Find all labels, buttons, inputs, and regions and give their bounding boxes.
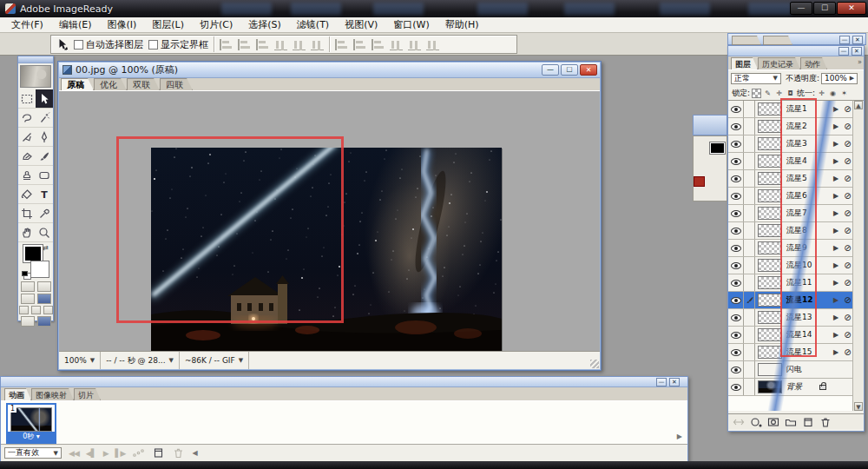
tab-original[interactable]: 原稿 bbox=[61, 78, 94, 90]
layers-scrollbar[interactable]: ▲ ▼ bbox=[852, 100, 864, 411]
default-colors-icon[interactable] bbox=[22, 271, 28, 276]
layer-row[interactable]: 闪电 ▶ ⊘ bbox=[728, 361, 854, 379]
palette-minimize-button[interactable]: — bbox=[839, 36, 850, 44]
brush-tool[interactable] bbox=[36, 147, 53, 166]
tab-layers[interactable]: 图层 bbox=[731, 57, 758, 69]
layer-thumbnail-cell[interactable] bbox=[755, 363, 784, 376]
play-button[interactable]: ▶ bbox=[103, 449, 108, 458]
checkbox-box[interactable] bbox=[74, 40, 83, 50]
file-size-dropdown[interactable]: ~86K / -- GIF▼ bbox=[180, 352, 249, 369]
marquee-tool[interactable] bbox=[18, 89, 36, 109]
scroll-right-arrow[interactable]: ▶ bbox=[677, 433, 682, 440]
tab-slice[interactable]: 切片 bbox=[74, 388, 101, 400]
fullscreen-with-menu-button[interactable] bbox=[31, 306, 41, 314]
scroll-down-arrow[interactable]: ▼ bbox=[854, 402, 863, 411]
window-close-button[interactable]: ✕ bbox=[837, 2, 866, 15]
preview-document-button[interactable] bbox=[21, 281, 35, 292]
pen-tool[interactable] bbox=[36, 128, 53, 147]
show-bounding-box-checkbox[interactable]: 显示定界框 bbox=[148, 38, 208, 51]
loop-mode-dropdown[interactable]: 一直有效▼ bbox=[4, 447, 62, 459]
frame-thumbnail[interactable] bbox=[10, 407, 52, 432]
document-titlebar[interactable]: 00.jpg @ 100% (原稿) — ☐ ✕ bbox=[59, 63, 600, 78]
paint-bucket-tool[interactable] bbox=[18, 185, 36, 204]
menu-help[interactable]: 帮助(H) bbox=[437, 18, 487, 31]
move-tool[interactable] bbox=[36, 89, 53, 109]
toggle-slices-visibility-button[interactable] bbox=[21, 294, 35, 304]
document-canvas[interactable] bbox=[59, 91, 600, 351]
unify-position-icon[interactable]: ✛ bbox=[817, 89, 826, 98]
type-tool[interactable]: T bbox=[36, 185, 53, 204]
toggle-image-maps-button[interactable] bbox=[37, 281, 51, 292]
menu-view[interactable]: 视图(V) bbox=[337, 18, 385, 31]
menu-layer[interactable]: 图层(L) bbox=[144, 18, 192, 31]
first-frame-button[interactable]: ◀◀ bbox=[69, 449, 79, 458]
previous-frame-button[interactable]: ◀▌ bbox=[86, 449, 96, 458]
preview-in-browser-button[interactable] bbox=[37, 294, 51, 304]
magic-wand-tool[interactable] bbox=[36, 109, 53, 128]
new-frame-button[interactable] bbox=[152, 447, 165, 459]
frame-delay-dropdown[interactable]: 0秒 ▾ bbox=[8, 432, 55, 442]
palette-menu-chevrons[interactable]: » bbox=[858, 58, 862, 66]
tab-optimized[interactable]: 优化 bbox=[94, 78, 127, 90]
match-frames-icon[interactable] bbox=[733, 417, 745, 427]
clone-stamp-tool[interactable] bbox=[18, 166, 36, 185]
layer-effects-button[interactable] bbox=[750, 417, 762, 427]
swap-colors-icon[interactable]: ⇄ bbox=[43, 244, 49, 252]
zoom-tool[interactable] bbox=[36, 223, 53, 242]
unify-visibility-icon[interactable]: ◉ bbox=[828, 89, 838, 98]
eraser-tool[interactable] bbox=[18, 147, 36, 166]
background-palette-tab[interactable] bbox=[732, 36, 761, 45]
palette-minimize-button[interactable]: — bbox=[656, 378, 667, 386]
crop-tool[interactable] bbox=[18, 204, 36, 223]
next-frame-button[interactable]: ▌▶ bbox=[115, 449, 126, 458]
window-maximize-button[interactable]: ☐ bbox=[813, 2, 836, 15]
shape-tool[interactable] bbox=[36, 166, 53, 185]
lock-transparency-icon[interactable] bbox=[752, 89, 761, 98]
jump-to-photoshop-button[interactable] bbox=[21, 316, 35, 327]
palette-close-button[interactable]: ✕ bbox=[852, 36, 863, 44]
scroll-left-arrow[interactable]: ◀ bbox=[192, 449, 197, 457]
delete-frame-button[interactable] bbox=[172, 447, 185, 459]
checkbox-box[interactable] bbox=[148, 40, 158, 50]
new-layer-set-button[interactable] bbox=[785, 417, 797, 427]
palette-close-button[interactable]: ✕ bbox=[669, 378, 680, 386]
tab-history[interactable]: 历史记录 bbox=[758, 57, 800, 69]
slice-tool[interactable] bbox=[18, 128, 36, 147]
document-close-button[interactable]: ✕ bbox=[580, 64, 597, 76]
tab-image-map[interactable]: 图像映射 bbox=[31, 388, 74, 400]
unify-style-icon[interactable]: ✶ bbox=[839, 89, 849, 98]
new-layer-button[interactable] bbox=[802, 417, 814, 427]
layer-thumbnail[interactable] bbox=[758, 363, 782, 376]
lock-pixels-icon[interactable]: ✎ bbox=[763, 89, 773, 98]
background-palette-tab[interactable] bbox=[763, 36, 792, 45]
resize-grip[interactable] bbox=[590, 360, 599, 368]
menu-filter[interactable]: 滤镜(T) bbox=[289, 18, 337, 31]
fullscreen-mode-button[interactable] bbox=[43, 306, 53, 314]
blend-mode-dropdown[interactable]: 正常▼ bbox=[731, 73, 781, 84]
tween-button[interactable] bbox=[132, 447, 145, 459]
eyedropper-tool[interactable] bbox=[36, 204, 53, 223]
menu-file[interactable]: 文件(F) bbox=[3, 18, 51, 31]
menu-edit[interactable]: 编辑(E) bbox=[51, 18, 100, 31]
menu-slice[interactable]: 切片(C) bbox=[192, 18, 240, 31]
window-minimize-button[interactable]: — bbox=[790, 2, 812, 15]
animation-palette-titlebar[interactable]: — ✕ bbox=[1, 377, 687, 387]
opacity-value-control[interactable]: 100%▶ bbox=[821, 73, 858, 84]
menu-select[interactable]: 选择(S) bbox=[240, 18, 289, 31]
menu-image[interactable]: 图像(I) bbox=[99, 18, 144, 31]
auto-select-layer-checkbox[interactable]: 自动选择图层 bbox=[74, 38, 143, 51]
animation-frame-1[interactable]: 1 0秒 ▾ bbox=[6, 403, 56, 444]
document-restore-button[interactable]: ☐ bbox=[561, 64, 578, 76]
eye-icon[interactable] bbox=[731, 384, 741, 391]
layers-palette-titlebar[interactable]: — ✕ bbox=[728, 46, 864, 56]
zoom-level-dropdown[interactable]: 100%▼ bbox=[59, 352, 101, 369]
background-color-swatch[interactable] bbox=[31, 261, 49, 277]
lasso-tool[interactable] bbox=[18, 109, 36, 128]
palette-minimize-button[interactable]: — bbox=[838, 47, 849, 56]
hand-tool[interactable] bbox=[18, 223, 36, 242]
delete-layer-button[interactable] bbox=[819, 417, 832, 427]
tab-actions[interactable]: 动作 bbox=[800, 57, 827, 69]
palette-close-button[interactable]: ✕ bbox=[852, 47, 862, 56]
tool-palette-titlebar[interactable] bbox=[18, 56, 53, 63]
tab-4up[interactable]: 四联 bbox=[160, 78, 193, 90]
